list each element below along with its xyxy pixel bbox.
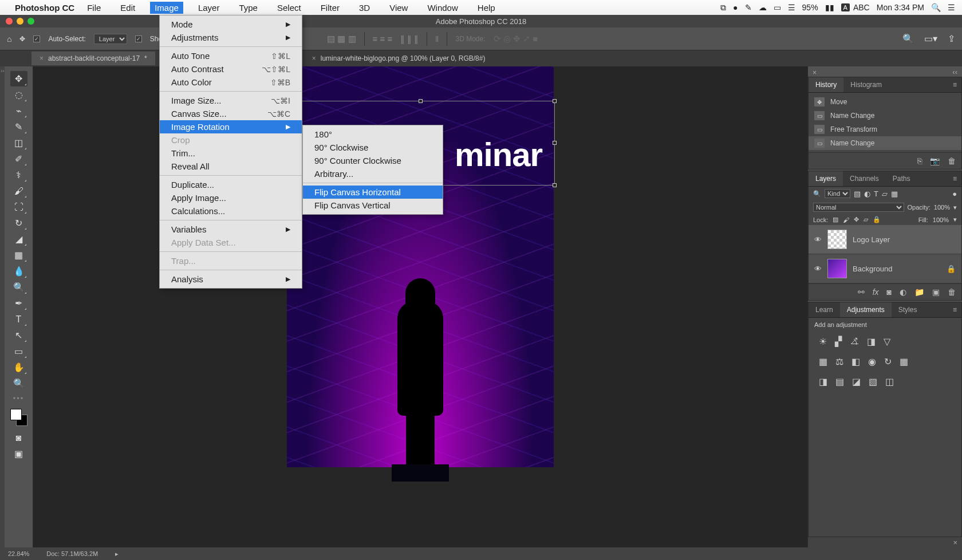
menu-item-duplicate-[interactable]: Duplicate... bbox=[160, 178, 302, 191]
posterize-icon[interactable]: ▤ bbox=[835, 376, 844, 387]
history-item[interactable]: ▭Name Change bbox=[809, 109, 961, 123]
layer-mask-icon[interactable]: ◙ bbox=[887, 287, 892, 297]
panel-menu-icon[interactable]: ≡ bbox=[948, 306, 961, 314]
photo-filter-icon[interactable]: ◉ bbox=[868, 356, 876, 367]
document-tab-1[interactable]: × abstract-backlit-conceptual-17 * bbox=[31, 52, 155, 65]
menu-item-flip-canvas-vertical[interactable]: Flip Canvas Vertical bbox=[303, 199, 443, 212]
layers-tab[interactable]: Layers bbox=[809, 171, 843, 186]
menu-image[interactable]: Image bbox=[150, 2, 183, 14]
layer-fx-icon[interactable]: fx bbox=[873, 287, 879, 297]
history-item[interactable]: ✥Move bbox=[809, 95, 961, 109]
menu-item-mode[interactable]: Mode▶ bbox=[160, 18, 302, 31]
panel-menu-icon[interactable]: ≡ bbox=[948, 81, 961, 89]
filter-smart-icon[interactable]: ▦ bbox=[891, 190, 898, 198]
layer-row[interactable]: 👁 Logo Layer bbox=[809, 225, 961, 254]
share-icon[interactable]: ⇪ bbox=[948, 33, 955, 44]
gradient-tool[interactable]: ▦ bbox=[10, 247, 27, 263]
lock-artboard-icon[interactable]: ▱ bbox=[864, 216, 868, 223]
menu-item-canvas-size-[interactable]: Canvas Size...⌥⌘C bbox=[160, 107, 302, 120]
blur-tool[interactable]: 💧 bbox=[10, 263, 27, 279]
menu-view[interactable]: View bbox=[385, 2, 412, 14]
input-method-badge[interactable]: A bbox=[841, 3, 850, 11]
zoom-level[interactable]: 22.84% bbox=[8, 550, 29, 557]
menu-item-arbitrary-[interactable]: Arbitrary... bbox=[303, 167, 443, 180]
document-tab-2[interactable]: × luminar-white-biglogo.png @ 100% (Laye… bbox=[304, 52, 494, 65]
menu-item-analysis[interactable]: Analysis▶ bbox=[160, 273, 302, 286]
shape-tool[interactable]: ▭ bbox=[10, 344, 27, 359]
distribute-controls[interactable]: ⦀ bbox=[435, 34, 439, 44]
dodge-tool[interactable]: 🔍 bbox=[10, 279, 27, 295]
exposure-icon[interactable]: ◨ bbox=[867, 336, 876, 347]
status-arrow-icon[interactable]: ▸ bbox=[115, 550, 119, 558]
menu-item-flip-canvas-horizontal[interactable]: Flip Canvas Horizontal bbox=[303, 186, 443, 199]
menu-help[interactable]: Help bbox=[473, 2, 500, 14]
screen-mode-toggle[interactable]: ▣ bbox=[10, 446, 27, 462]
align-vertical[interactable]: ‖ ‖ ‖ bbox=[400, 34, 419, 44]
lock-all-icon[interactable]: 🔒 bbox=[873, 216, 881, 223]
layer-name[interactable]: Background bbox=[853, 265, 892, 273]
visibility-icon[interactable]: 👁 bbox=[814, 265, 822, 273]
menu-type[interactable]: Type bbox=[234, 2, 262, 14]
menu-item-auto-tone[interactable]: Auto Tone⇧⌘L bbox=[160, 49, 302, 62]
move-tool[interactable]: ✥ bbox=[10, 71, 27, 86]
threshold-icon[interactable]: ◪ bbox=[852, 376, 861, 387]
learn-tab[interactable]: Learn bbox=[809, 302, 840, 317]
menu-file[interactable]: File bbox=[82, 2, 105, 14]
new-document-icon[interactable]: ⎘ bbox=[917, 156, 922, 165]
spotlight-icon[interactable]: 🔍 bbox=[931, 3, 941, 12]
layer-thumbnail[interactable] bbox=[827, 230, 847, 249]
trash-icon[interactable]: 🗑 bbox=[948, 287, 956, 297]
crop-tool[interactable]: ◫ bbox=[10, 135, 27, 151]
airplay-icon[interactable]: ▭ bbox=[774, 3, 781, 12]
window-zoom-button[interactable] bbox=[27, 18, 34, 25]
invert-icon[interactable]: ◨ bbox=[819, 376, 827, 387]
color-swatches[interactable] bbox=[10, 409, 27, 426]
filter-shape-icon[interactable]: ▱ bbox=[882, 190, 888, 198]
panel-close-icon[interactable]: × bbox=[953, 538, 957, 547]
menu-item-image-rotation[interactable]: Image Rotation▶ bbox=[160, 120, 302, 133]
wifi-icon[interactable]: ☰ bbox=[788, 3, 795, 12]
marquee-tool[interactable]: ◌ bbox=[10, 87, 27, 102]
menu-window[interactable]: Window bbox=[423, 2, 462, 14]
history-brush-tool[interactable]: ↻ bbox=[10, 215, 27, 231]
feather-icon[interactable]: ✎ bbox=[745, 3, 752, 12]
brightness-icon[interactable]: ☀ bbox=[819, 336, 827, 347]
history-item[interactable]: ▭Name Change bbox=[809, 136, 961, 150]
menu-item-reveal-all[interactable]: Reveal All bbox=[160, 160, 302, 173]
menu-item-adjustments[interactable]: Adjustments▶ bbox=[160, 31, 302, 44]
fill-value[interactable]: 100% bbox=[933, 216, 949, 223]
histogram-tab[interactable]: Histogram bbox=[843, 77, 889, 92]
adjustment-layer-icon[interactable]: ◐ bbox=[900, 287, 906, 297]
lock-icon[interactable]: 🔒 bbox=[947, 265, 956, 273]
stamp-tool[interactable]: ⛶ bbox=[10, 199, 27, 215]
menu-select[interactable]: Select bbox=[273, 2, 306, 14]
curves-icon[interactable]: ⦨ bbox=[850, 336, 859, 347]
align-controls[interactable]: ▤ ▦ ▥ bbox=[327, 34, 356, 44]
menu-item-trim-[interactable]: Trim... bbox=[160, 147, 302, 160]
menu-item-apply-image-[interactable]: Apply Image... bbox=[160, 191, 302, 204]
path-select-tool[interactable]: ↖ bbox=[10, 328, 27, 343]
tab-close-icon[interactable]: × bbox=[40, 54, 44, 62]
dropbox-icon[interactable]: ⧉ bbox=[720, 3, 726, 13]
visibility-icon[interactable]: 👁 bbox=[814, 235, 822, 244]
app-tray-icon[interactable]: ● bbox=[733, 3, 738, 12]
menu-layer[interactable]: Layer bbox=[194, 2, 224, 14]
zoom-tool[interactable]: 🔍 bbox=[10, 376, 27, 391]
lock-pixels-icon[interactable]: 🖌 bbox=[843, 216, 849, 223]
layer-row[interactable]: 👁 Background 🔒 bbox=[809, 254, 961, 283]
eraser-tool[interactable]: ◢ bbox=[10, 231, 27, 247]
menu-item-180-[interactable]: 180° bbox=[303, 128, 443, 141]
menu-item-90-counter-clockwise[interactable]: 90° Counter Clockwise bbox=[303, 154, 443, 167]
window-close-button[interactable] bbox=[6, 18, 13, 25]
battery-percent[interactable]: 95% bbox=[802, 3, 818, 12]
quick-select-tool[interactable]: ✎ bbox=[10, 119, 27, 135]
menu-item-90-clockwise[interactable]: 90° Clockwise bbox=[303, 141, 443, 154]
styles-tab[interactable]: Styles bbox=[892, 302, 924, 317]
snapshot-icon[interactable]: 📷 bbox=[930, 156, 940, 165]
layer-filter-dropdown[interactable]: Kind bbox=[825, 189, 850, 198]
window-minimize-button[interactable] bbox=[17, 18, 23, 25]
screen-mode-icon[interactable]: ▭▾ bbox=[924, 33, 937, 44]
filter-type-icon[interactable]: T bbox=[874, 190, 878, 198]
menu-item-variables[interactable]: Variables▶ bbox=[160, 223, 302, 236]
menu-3d[interactable]: 3D bbox=[354, 2, 374, 14]
